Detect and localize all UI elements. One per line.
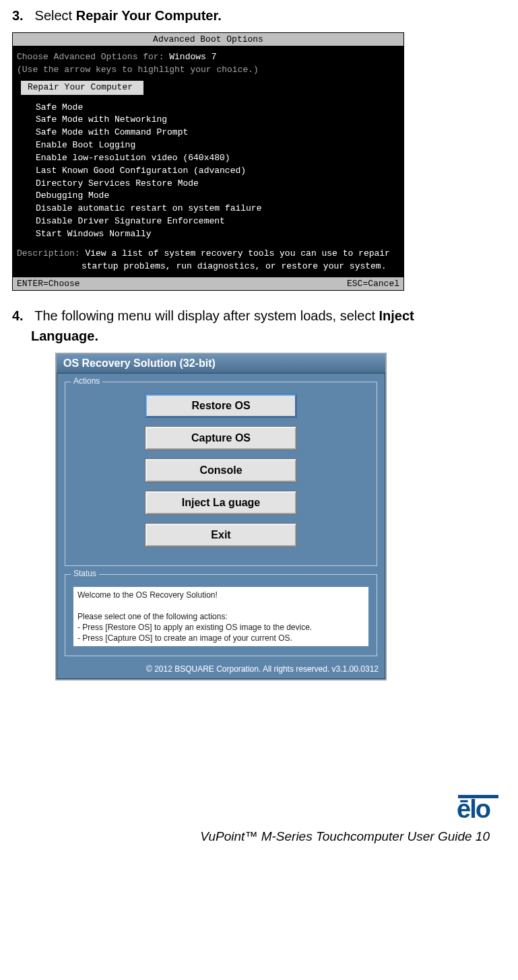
boot-choose-os: Windows 7 xyxy=(169,52,216,62)
boot-option: Safe Mode xyxy=(17,102,399,114)
boot-desc-line1: View a list of system recovery tools you… xyxy=(85,248,389,258)
actions-fieldset: Actions Restore OS Capture OS Console In… xyxy=(65,382,377,566)
boot-option: Disable automatic restart on system fail… xyxy=(17,203,399,215)
boot-option: Last Known Good Configuration (advanced) xyxy=(17,165,399,178)
capture-os-button[interactable]: Capture OS xyxy=(145,427,296,450)
status-legend: Status xyxy=(71,569,99,578)
boot-choose-label: Choose Advanced Options for: xyxy=(17,52,169,62)
boot-option: Enable Boot Logging xyxy=(17,139,399,152)
console-button[interactable]: Console xyxy=(145,459,296,482)
boot-option: Start Windows Normally xyxy=(17,228,399,241)
boot-option: Directory Services Restore Mode xyxy=(17,178,399,190)
step-4: 4. The following menu will display after… xyxy=(12,306,506,346)
boot-hint: (Use the arrow keys to highlight your ch… xyxy=(17,64,399,77)
boot-option: Debugging Mode xyxy=(17,190,399,203)
boot-selected-item: Repair Your Computer xyxy=(21,81,143,95)
step-4-bold2: Language. xyxy=(31,328,98,343)
step-3: 3. Select Repair Your Computer. xyxy=(12,5,506,26)
boot-option: Safe Mode with Networking xyxy=(17,114,399,127)
step-3-number: 3. xyxy=(12,5,31,26)
boot-enter-hint: ENTER=Choose xyxy=(17,279,80,289)
recovery-window: OS Recovery Solution (32-bit) Actions Re… xyxy=(55,353,387,681)
exit-button[interactable]: Exit xyxy=(145,524,296,547)
boot-desc-line2: startup problems, run diagnostics, or re… xyxy=(17,260,386,273)
status-text: Welcome to the OS Recovery Solution! Ple… xyxy=(73,587,368,647)
step-4-bold1: Inject xyxy=(379,308,414,323)
boot-desc-key: Description: xyxy=(17,248,85,258)
elo-logo-text: ēlo xyxy=(457,795,490,823)
restore-os-button[interactable]: Restore OS xyxy=(145,394,296,417)
step-4-lead: The following menu will display after sy… xyxy=(34,308,379,323)
recovery-title: OS Recovery Solution (32-bit) xyxy=(57,354,385,374)
step-4-number: 4. xyxy=(12,306,31,326)
recovery-footer: © 2012 BSQUARE Corporation. All rights r… xyxy=(57,662,385,679)
elo-logo: ēlo xyxy=(12,795,506,819)
inject-language-button[interactable]: Inject La guage xyxy=(145,491,296,514)
actions-legend: Actions xyxy=(71,376,102,386)
boot-title: Advanced Boot Options xyxy=(13,33,403,46)
boot-options-screenshot: Advanced Boot Options Choose Advanced Op… xyxy=(12,32,404,291)
boot-option: Disable Driver Signature Enforcement xyxy=(17,215,399,228)
boot-option: Enable low-resolution video (640x480) xyxy=(17,152,399,165)
page-footer: VuPoint™ M-Series Touchcomputer User Gui… xyxy=(12,820,506,864)
step-3-lead: Select xyxy=(35,8,76,23)
boot-option: Safe Mode with Command Prompt xyxy=(17,127,399,139)
step-3-bold: Repair Your Computer. xyxy=(76,8,222,23)
boot-esc-hint: ESC=Cancel xyxy=(347,279,399,289)
status-fieldset: Status Welcome to the OS Recovery Soluti… xyxy=(65,574,377,657)
